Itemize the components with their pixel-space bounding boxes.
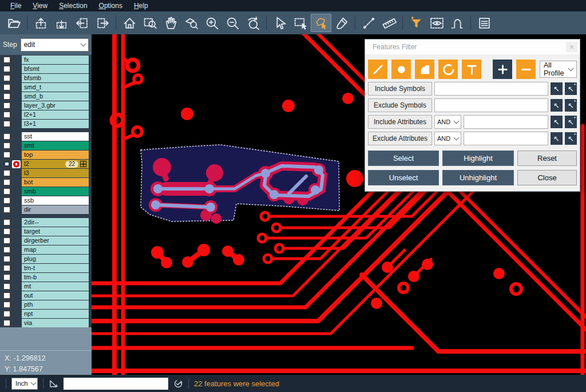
layer-row-l3[interactable]: l3 — [0, 169, 92, 177]
layer-row-top[interactable]: top — [0, 151, 92, 159]
pick-add-symbol-button[interactable]: ↖+ — [565, 82, 577, 95]
select-button[interactable]: Select — [368, 151, 439, 166]
layer-checkbox[interactable] — [3, 319, 11, 327]
pick-add-attribute-button[interactable]: ↖+ — [565, 116, 577, 128]
menu-help[interactable]: Help — [128, 0, 154, 11]
pick-symbol-button[interactable]: ↖ — [551, 82, 563, 95]
layer-row-mt[interactable]: mt — [0, 282, 92, 291]
step-select[interactable]: edit — [21, 38, 89, 52]
layer-checkbox[interactable] — [3, 188, 11, 195]
select-pointer-button[interactable] — [270, 14, 290, 32]
layer-name[interactable]: tm-t — [22, 264, 89, 272]
layer-row-dirgerber[interactable]: dirgerber — [0, 236, 92, 245]
layer-name[interactable]: map — [22, 246, 89, 254]
layer-row-smd_b[interactable]: smd_b — [0, 92, 92, 101]
layer-checkbox[interactable] — [3, 74, 11, 82]
select-rectangle-button[interactable] — [290, 14, 311, 32]
reset-button[interactable]: Reset — [517, 151, 577, 166]
layer-checkbox[interactable] — [3, 65, 11, 73]
layer-checkbox[interactable] — [3, 93, 11, 100]
dialog-close-button[interactable]: ✕ — [566, 42, 577, 52]
layer-row-out[interactable]: out — [0, 291, 92, 300]
menu-view[interactable]: View — [27, 0, 53, 11]
pick-symbol-button[interactable]: ↖ — [551, 99, 563, 112]
layer-row-l2+1[interactable]: l2+1 — [0, 110, 92, 119]
layer-checkbox[interactable] — [3, 206, 11, 213]
open-button[interactable] — [3, 14, 24, 32]
layer-checkbox[interactable] — [3, 246, 11, 254]
layer-checkbox[interactable] — [3, 179, 11, 186]
menu-file[interactable]: File — [5, 0, 27, 11]
layer-checkbox[interactable] — [3, 264, 11, 272]
layer-row-tm-b[interactable]: tm-b — [0, 273, 92, 282]
layer-checkbox[interactable] — [3, 255, 11, 263]
layer-name[interactable]: l3 — [22, 169, 89, 177]
highlight-button[interactable]: Highlight — [442, 151, 514, 166]
layer-name[interactable]: tm-b — [22, 273, 89, 282]
menu-selection[interactable]: Selection — [53, 0, 93, 11]
unit-select[interactable]: Inch — [11, 378, 38, 390]
pick-attribute-button[interactable]: ↖ — [551, 116, 563, 128]
layer-name[interactable]: sst — [22, 132, 89, 141]
layer-checkbox[interactable] — [3, 292, 11, 299]
layer-name[interactable]: pth — [22, 300, 89, 309]
home-button[interactable] — [119, 14, 140, 32]
layer-checkbox[interactable] — [3, 274, 11, 281]
filter-pad-button[interactable] — [391, 60, 411, 79]
include-attributes-button[interactable]: Include Attributes — [368, 115, 432, 129]
move-right-button[interactable] — [92, 14, 113, 32]
include-attributes-input[interactable] — [464, 115, 548, 129]
layer-name[interactable]: 2dir-- — [22, 218, 89, 227]
pick-attribute-button[interactable]: ↖ — [551, 132, 563, 145]
layer-row-dir[interactable]: dir — [0, 205, 92, 214]
exclude-attributes-logic-select[interactable]: AND — [434, 132, 461, 145]
snap-mode-button[interactable] — [447, 14, 468, 32]
layer-checkbox[interactable] — [3, 102, 11, 109]
pick-add-symbol-button[interactable]: ↖+ — [565, 99, 577, 112]
dialog-titlebar[interactable]: Features Filter ✕ — [365, 39, 580, 54]
layer-checkbox[interactable] — [3, 133, 11, 140]
select-polygon-button[interactable] — [311, 14, 331, 32]
layer-row-tm-t[interactable]: tm-t — [0, 264, 92, 272]
view-options-button[interactable] — [426, 14, 447, 32]
layer-row-2dir--[interactable]: 2dir-- — [0, 218, 92, 227]
zoom-window-button[interactable] — [140, 14, 160, 32]
layer-row-npt[interactable]: npt — [0, 310, 92, 318]
sync-icon[interactable] — [173, 379, 183, 389]
features-filter-button[interactable] — [406, 14, 426, 32]
exclude-attributes-button[interactable]: Exclude Attributes — [368, 132, 432, 145]
command-input[interactable] — [64, 378, 168, 390]
layer-name[interactable]: smb — [22, 187, 89, 196]
layer-checkbox[interactable] — [3, 301, 11, 308]
filter-surface-button[interactable] — [415, 60, 434, 79]
layer-checkbox[interactable] — [3, 151, 11, 159]
layers-panel-button[interactable] — [474, 14, 494, 32]
layer-name[interactable]: layer_3.gbr — [22, 101, 89, 110]
layer-name[interactable]: dirgerber — [22, 236, 89, 245]
zoom-out-button[interactable] — [222, 14, 243, 32]
layer-name[interactable]: l2+1 — [22, 110, 89, 119]
exclude-symbols-button[interactable]: Exclude Symbols — [368, 98, 432, 112]
layer-checkbox[interactable] — [3, 169, 11, 177]
include-attributes-logic-select[interactable]: AND — [434, 115, 461, 129]
layer-row-bot[interactable]: bot — [0, 178, 92, 187]
layer-row-bfsmb[interactable]: bfsmb — [0, 74, 92, 82]
zoom-object-button[interactable] — [181, 14, 201, 32]
zoom-in-button[interactable] — [201, 14, 222, 32]
layer-name[interactable]: ssb — [22, 196, 89, 205]
exclude-attributes-input[interactable] — [464, 132, 548, 145]
layer-row-ssb[interactable]: ssb — [0, 196, 92, 205]
layer-name[interactable]: smd_b — [22, 92, 89, 101]
grid-icon[interactable] — [80, 161, 86, 167]
filter-text-button[interactable] — [462, 60, 481, 79]
filter-arc-button[interactable] — [438, 60, 458, 79]
move-down-button[interactable] — [51, 14, 72, 32]
profile-select[interactable]: All Profile — [540, 61, 577, 78]
close-button[interactable]: Close — [517, 170, 577, 185]
filter-remove-button[interactable] — [516, 60, 536, 79]
move-left-button[interactable] — [72, 14, 92, 32]
layer-name[interactable]: via — [22, 319, 89, 327]
layer-name[interactable]: l222 — [22, 160, 89, 168]
layer-row-smb[interactable]: smb — [0, 187, 92, 196]
layer-name[interactable]: bfsmt — [22, 65, 89, 73]
